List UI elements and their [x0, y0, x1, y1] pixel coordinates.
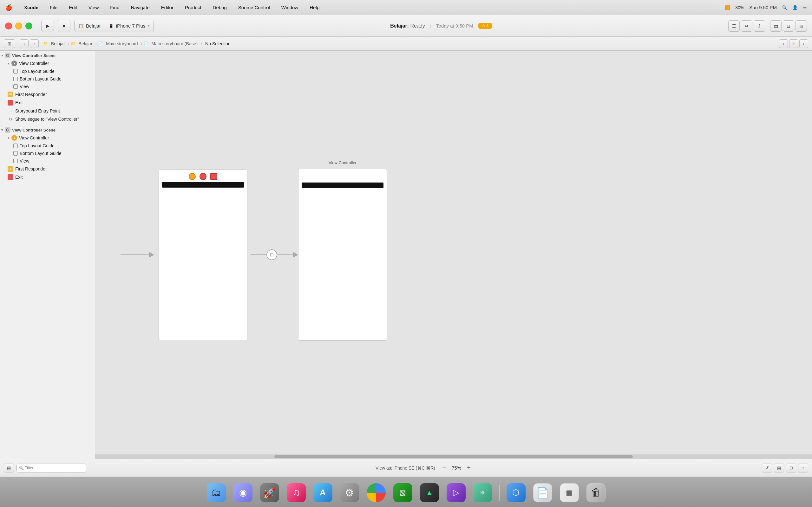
debug-toggle[interactable]: ⊟ — [783, 20, 794, 32]
vc2-bottom-layout[interactable]: Bottom Layout Guide — [0, 150, 95, 157]
vc1-expand-icon — [8, 61, 9, 66]
dock-atom[interactable]: ⚛ — [471, 481, 494, 504]
sidebar: ⬡ View Controller Scene ● View Controlle… — [0, 51, 95, 459]
dock-visual-studio[interactable]: ▷ — [445, 481, 467, 504]
refresh-button[interactable]: ↺ — [762, 464, 772, 472]
apple-menu[interactable]: 🍎 — [5, 4, 12, 11]
close-button[interactable] — [5, 22, 12, 30]
first-view-controller-frame[interactable] — [159, 170, 247, 340]
dock-files[interactable]: 📄 — [531, 481, 554, 504]
dock-trash[interactable]: 🗑 — [585, 481, 607, 504]
vc2-top-layout[interactable]: Top Layout Guide — [0, 142, 95, 150]
first-responder1-icon: FR — [8, 92, 13, 97]
vc1-view[interactable]: View — [0, 83, 95, 90]
scheme-selector[interactable]: 📋 Belajar 📱 iPhone 7 Plus ▾ — [74, 20, 154, 32]
breadcrumb-storyboard-base[interactable]: Main.storyboard (Base) — [150, 41, 200, 47]
run-button[interactable]: ▶ — [41, 20, 54, 32]
dock-sysprefs[interactable]: ⚙ — [338, 481, 361, 504]
menu-find[interactable]: Find — [108, 4, 121, 11]
layout-btn-1[interactable]: ▤ — [774, 464, 784, 472]
vc1-first-responder[interactable]: FR First Responder — [0, 90, 95, 99]
dock-activity[interactable]: ▲ — [418, 481, 441, 504]
scrollbar-thumb[interactable] — [274, 455, 633, 458]
chevron-down-icon: ▾ — [148, 24, 150, 28]
panel-toggle-button[interactable]: ▤ — [4, 464, 14, 472]
zoom-in-button[interactable]: + — [465, 464, 473, 472]
scene2-label: View Controller Scene — [12, 128, 55, 132]
forward-button[interactable]: › — [30, 39, 39, 48]
breadcrumb-main-storyboard[interactable]: Main.storyboard — [104, 41, 140, 47]
horizontal-scrollbar[interactable] — [95, 454, 812, 459]
entry-point-item[interactable]: → Storyboard Entry Point — [0, 107, 95, 115]
menu-window[interactable]: Window — [280, 4, 300, 11]
segue-icon: ↻ — [8, 116, 13, 122]
vc1-top-layout[interactable]: Top Layout Guide — [0, 67, 95, 75]
toolbar-right-buttons: ☰ ⇔ ⤴ ▤ ⊟ ▨ — [728, 20, 807, 32]
segue-line-right — [277, 255, 293, 255]
scene1-header[interactable]: ⬡ View Controller Scene — [0, 51, 95, 59]
vc2-view[interactable]: View — [0, 157, 95, 165]
menu-editor[interactable]: Editor — [159, 4, 175, 11]
layout-btn-2[interactable]: ⊟ — [786, 464, 796, 472]
vc1-bottom-layout[interactable]: Bottom Layout Guide — [0, 75, 95, 83]
user-avatar[interactable]: 👤 — [792, 5, 798, 10]
status-timestamp: Today at 9:50 PM — [436, 23, 473, 29]
breadcrumb-forward[interactable]: › — [799, 39, 808, 48]
breadcrumb-belajar1[interactable]: Belajar — [49, 41, 67, 47]
minimize-button[interactable] — [15, 22, 22, 30]
menu-edit[interactable]: Edit — [67, 4, 79, 11]
second-view-controller-frame[interactable]: View Controller — [298, 169, 387, 341]
filter-input[interactable] — [16, 464, 86, 472]
vc2-first-responder[interactable]: FR First Responder — [0, 165, 95, 173]
zoom-out-button[interactable]: − — [440, 464, 448, 472]
search-icon[interactable]: 🔍 — [782, 5, 787, 10]
dock-xcode[interactable]: ⬡ — [505, 481, 527, 504]
run-icon: ▶ — [46, 23, 49, 29]
editor-assistant-button[interactable]: ⇔ — [741, 20, 752, 32]
layout-btn-3[interactable]: ↕ — [798, 464, 808, 472]
exit1-icon: → — [8, 100, 13, 106]
editor-standard-button[interactable]: ☰ — [728, 20, 740, 32]
vc2-item[interactable]: ● View Controller — [0, 134, 95, 142]
navigator-toggle[interactable]: ▤ — [770, 20, 781, 32]
navigator-grid-button[interactable]: ⊞ — [4, 39, 15, 48]
warning-badge[interactable]: ⚠ 1 — [478, 23, 492, 29]
segue-item[interactable]: ↻ Show segue to "View Controller" — [0, 115, 95, 123]
dock-chrome[interactable] — [365, 481, 388, 504]
menu-xcode[interactable]: Xcode — [22, 4, 40, 11]
menu-source-control[interactable]: Source Control — [236, 4, 272, 11]
vc1-exit[interactable]: → Exit — [0, 99, 95, 107]
stop-button[interactable]: ■ — [58, 20, 70, 32]
vc1-item[interactable]: ● View Controller — [0, 59, 95, 67]
warning-icon: ⚠ — [481, 23, 485, 28]
menu-debug[interactable]: Debug — [211, 4, 229, 11]
maximize-button[interactable] — [26, 22, 32, 30]
breadcrumb-back[interactable]: ‹ — [779, 39, 788, 48]
breadcrumb-no-selection[interactable]: No Selection — [203, 41, 232, 47]
chrome-icon — [367, 483, 386, 502]
dock-finder[interactable]: 🗂 — [205, 481, 228, 504]
utilities-toggle[interactable]: ▨ — [796, 20, 807, 32]
vc2-exit[interactable]: → Exit — [0, 173, 95, 181]
dock-itunes[interactable]: ♫ — [285, 481, 308, 504]
menu-file[interactable]: File — [48, 4, 59, 11]
dock-appstore[interactable]: A — [311, 481, 334, 504]
menu-product[interactable]: Product — [183, 4, 203, 11]
zoom-level: 75% — [452, 465, 461, 470]
menu-view[interactable]: View — [87, 4, 101, 11]
dock-launchpad[interactable]: 🚀 — [258, 481, 281, 504]
warning-nav-btn[interactable]: ⚠ — [789, 39, 798, 48]
siri-icon: ◉ — [234, 483, 252, 502]
dock-siri[interactable]: ◉ — [232, 481, 254, 504]
menu-navigate[interactable]: Navigate — [129, 4, 151, 11]
menu-help[interactable]: Help — [308, 4, 321, 11]
top-layout2-icon — [13, 144, 18, 148]
back-button[interactable]: ‹ — [20, 39, 29, 48]
scene2-header[interactable]: ⬡ View Controller Scene — [0, 123, 95, 134]
dock-numbers[interactable]: ▦ — [558, 481, 581, 504]
editor-version-button[interactable]: ⤴ — [754, 20, 765, 32]
segue-circle: ⊡ — [266, 249, 277, 260]
control-strip-icon[interactable]: ☰ — [803, 5, 807, 10]
breadcrumb-belajar2[interactable]: Belajar — [77, 41, 95, 47]
dock-ssh[interactable]: ▧ — [392, 481, 414, 504]
